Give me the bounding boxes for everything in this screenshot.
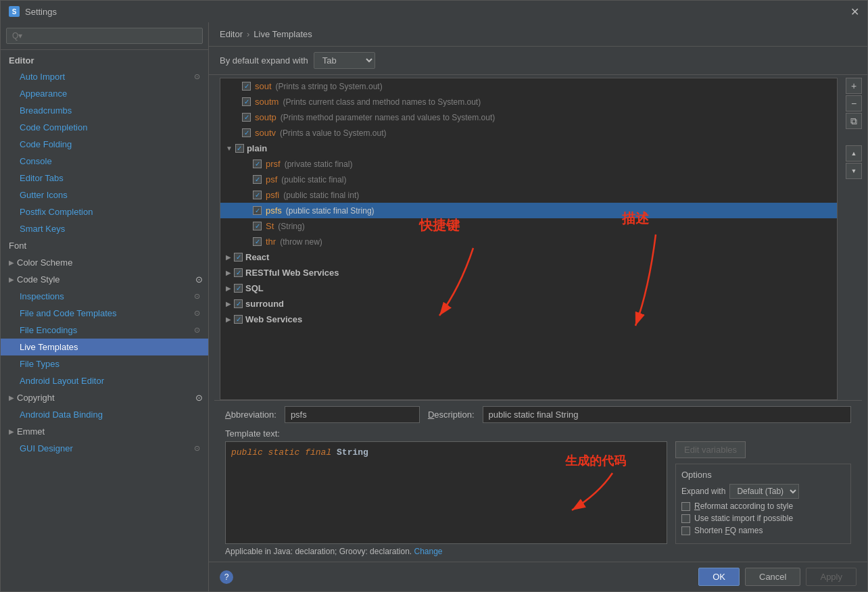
reformat-label: Reformat according to style [694, 501, 793, 511]
panel-header: Editor › Live Templates [209, 22, 867, 47]
template-item-psfs[interactable]: psfs (public static final String) [220, 203, 837, 218]
sidebar-item-code-style[interactable]: ▶ Code Style ⊙ [1, 271, 208, 288]
sidebar-item-auto-import[interactable]: Auto Import ⊙ [1, 68, 208, 85]
ok-button[interactable]: OK [698, 568, 740, 586]
add-button[interactable]: + [846, 78, 862, 94]
surround-checkbox[interactable] [234, 299, 243, 308]
remove-button[interactable]: − [846, 95, 862, 112]
abbreviation-input[interactable] [285, 406, 420, 423]
reformat-checkbox[interactable] [681, 502, 690, 511]
group-restful[interactable]: ▶ RESTful Web Services [220, 265, 837, 280]
template-item-soutm[interactable]: soutm (Prints current class and method n… [220, 94, 837, 109]
scroll-down-button[interactable]: ▼ [846, 163, 862, 179]
thr-checkbox[interactable] [253, 237, 262, 246]
list-sidebar-buttons: + − ⧉ ▲ ▼ [843, 78, 862, 400]
bottom-buttons: ? OK Cancel Apply [209, 562, 867, 591]
expand-with-select[interactable]: Tab Enter Space [314, 52, 375, 69]
sidebar-item-console[interactable]: Console [1, 153, 208, 170]
sidebar: Editor Auto Import ⊙ Appearance Breadcru… [1, 22, 209, 591]
close-button[interactable]: ✕ [850, 5, 859, 18]
search-box [1, 22, 208, 50]
sidebar-item-breadcrumbs[interactable]: Breadcrumbs [1, 102, 208, 119]
psfs-checkbox[interactable] [253, 206, 262, 215]
static-import-checkbox[interactable] [681, 514, 690, 523]
react-checkbox[interactable] [234, 253, 243, 262]
title-bar-left: S Settings [9, 6, 57, 17]
window-title: Settings [25, 7, 57, 17]
prsf-checkbox[interactable] [253, 159, 262, 168]
sidebar-item-file-encodings[interactable]: File Encodings ⊙ [1, 322, 208, 339]
template-item-prsf[interactable]: prsf (private static final) [220, 156, 837, 172]
sidebar-item-file-code-templates[interactable]: File and Code Templates ⊙ [1, 305, 208, 322]
app-icon: S [9, 6, 20, 17]
web-services-checkbox[interactable] [234, 315, 243, 324]
sidebar-item-font[interactable]: Font [1, 237, 208, 254]
sidebar-item-postfix-completion[interactable]: Postfix Completion [1, 203, 208, 220]
sidebar-item-inspections[interactable]: Inspections ⊙ [1, 288, 208, 305]
sidebar-item-gutter-icons[interactable]: Gutter Icons [1, 187, 208, 203]
sql-checkbox[interactable] [234, 284, 243, 293]
sidebar-item-file-types[interactable]: File Types [1, 355, 208, 372]
abbreviation-label: Abbreviation: [225, 410, 276, 420]
arrow-right-icon: ▶ [226, 285, 231, 292]
template-item-psfi[interactable]: psfi (public static final int) [220, 187, 837, 203]
sidebar-item-appearance[interactable]: Appearance [1, 85, 208, 102]
arrow-right-icon: ▶ [226, 253, 231, 261]
copy-icon: ⊙ [195, 393, 203, 403]
edit-area: Abbreviation: Description: Template text… [214, 400, 862, 562]
sidebar-item-smart-keys[interactable]: Smart Keys [1, 220, 208, 237]
breadcrumb-editor: Editor [220, 29, 243, 39]
plain-checkbox[interactable] [235, 144, 244, 153]
sout-checkbox[interactable] [242, 82, 251, 91]
template-item-thr[interactable]: thr (throw new) [220, 234, 837, 249]
title-bar: S Settings ✕ [1, 1, 867, 22]
soutm-checkbox[interactable] [242, 97, 251, 106]
restful-checkbox[interactable] [234, 268, 243, 277]
expand-with-options[interactable]: Default (Tab) Tab Enter Space [729, 484, 799, 499]
template-item-sout[interactable]: sout (Prints a string to System.out) [220, 78, 837, 94]
change-link[interactable]: Change [414, 547, 443, 556]
psf-checkbox[interactable] [253, 175, 262, 184]
group-plain[interactable]: ▼ plain [220, 141, 837, 156]
copy-button[interactable]: ⧉ [846, 113, 862, 129]
reformat-row: Reformat according to style [681, 501, 845, 511]
group-web-services[interactable]: ▶ Web Services [220, 312, 837, 327]
sidebar-item-android-data-binding[interactable]: Android Data Binding [1, 406, 208, 423]
st-checkbox[interactable] [253, 222, 262, 230]
description-input[interactable] [483, 406, 851, 423]
sidebar-item-emmet[interactable]: ▶ Emmet [1, 423, 208, 440]
sidebar-item-live-templates[interactable]: Live Templates [1, 339, 208, 355]
list-and-buttons: sout (Prints a string to System.out) sou… [214, 78, 862, 400]
cancel-button[interactable]: Cancel [745, 568, 800, 586]
edit-variables-button[interactable]: Edit variables [675, 441, 746, 458]
soutp-checkbox[interactable] [242, 113, 251, 122]
sidebar-item-code-folding[interactable]: Code Folding [1, 136, 208, 153]
template-item-soutv[interactable]: soutv (Prints a value to System.out) [220, 125, 837, 141]
expand-with-row: Expand with Default (Tab) Tab Enter Spac… [681, 484, 845, 499]
template-item-soutp[interactable]: soutp (Prints method parameter names and… [220, 109, 837, 125]
sidebar-item-android-layout-editor[interactable]: Android Layout Editor [1, 372, 208, 389]
template-item-st[interactable]: St (String) [220, 218, 837, 234]
sidebar-item-code-completion[interactable]: Code Completion [1, 119, 208, 136]
sidebar-item-editor-tabs[interactable]: Editor Tabs [1, 170, 208, 187]
panel-toolbar: By default expand with Tab Enter Space [209, 47, 867, 75]
sidebar-item-copyright[interactable]: ▶ Copyright ⊙ [1, 389, 208, 406]
applicable-text: Applicable in Java: declaration; Groovy:… [225, 547, 412, 556]
shorten-row: Shorten FQ names [681, 526, 845, 535]
expand-with-label: Expand with [681, 487, 725, 496]
group-react[interactable]: ▶ React [220, 249, 837, 265]
scroll-up-button[interactable]: ▲ [846, 145, 862, 162]
template-text-editor[interactable]: public static final String [225, 441, 667, 544]
sidebar-item-color-scheme[interactable]: ▶ Color Scheme [1, 254, 208, 271]
shorten-checkbox[interactable] [681, 526, 690, 535]
group-sql[interactable]: ▶ SQL [220, 280, 837, 296]
psfi-checkbox[interactable] [253, 191, 262, 199]
group-surround[interactable]: ▶ surround [220, 296, 837, 312]
template-item-psf[interactable]: psf (public static final) [220, 172, 837, 187]
search-input[interactable] [6, 28, 203, 44]
soutv-checkbox[interactable] [242, 128, 251, 137]
copy-icon: ⊙ [194, 309, 200, 318]
apply-button[interactable]: Apply [806, 568, 857, 586]
help-button[interactable]: ? [220, 570, 233, 584]
sidebar-item-gui-designer[interactable]: GUI Designer ⊙ [1, 440, 208, 457]
